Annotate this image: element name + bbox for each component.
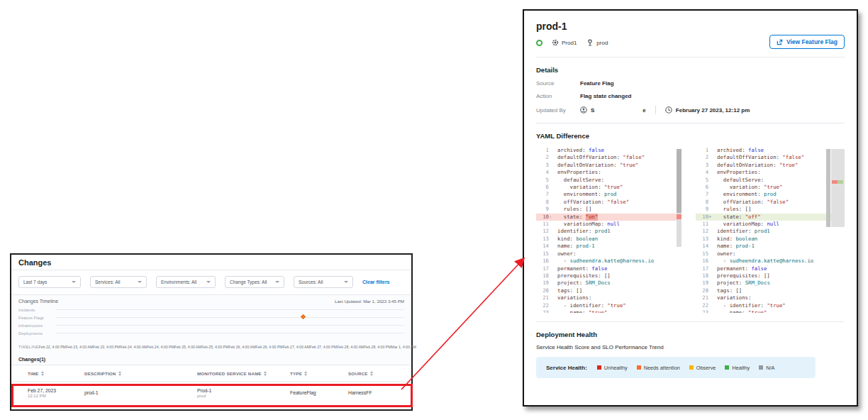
change-detail-panel: prod-1 Prod1 prod View Feature Flag D xyxy=(523,9,858,407)
column-header-time[interactable]: TIME xyxy=(28,371,84,376)
code-line: 3defaultOnVariation: "true" xyxy=(536,162,681,169)
yaml-diff-editor-after[interactable]: 1archived: false2defaultOffVariation: "f… xyxy=(696,147,845,313)
code-token: "true" xyxy=(767,302,785,309)
code-token: variations xyxy=(557,294,589,302)
code-line: 18prerequisites: [] xyxy=(536,272,681,280)
timeline-date: Feb 22, 4:00 PM xyxy=(39,345,66,349)
updated-by-partial-end: e xyxy=(642,107,645,114)
line-number: 5 xyxy=(536,177,549,184)
code-token: : xyxy=(598,191,604,198)
sort-icon[interactable] xyxy=(41,371,44,376)
line-number: 21 xyxy=(696,294,708,302)
diff-removed-marker xyxy=(677,214,681,219)
code-token xyxy=(557,221,564,228)
scrollbar[interactable] xyxy=(677,149,681,247)
line-number: 19 xyxy=(536,280,549,287)
line-number: 3 xyxy=(696,162,708,169)
line-number: 13 xyxy=(696,236,708,243)
change-event-marker[interactable] xyxy=(301,314,306,319)
chevron-down-icon xyxy=(138,281,142,283)
code-token: identifier xyxy=(557,228,589,235)
code-line: 6 variation: "true" xyxy=(536,184,681,191)
filter-select[interactable]: Environments: All xyxy=(156,276,216,288)
legend-label: Needs attention xyxy=(644,365,680,371)
cell-time: Feb 27, 202312:12 PM xyxy=(28,388,84,398)
line-number: 18 xyxy=(696,272,708,280)
code-token: : xyxy=(573,250,576,258)
legend-label: Unhealthy xyxy=(604,365,628,371)
sort-icon[interactable] xyxy=(304,371,307,376)
sort-icon[interactable] xyxy=(264,371,267,376)
line-number: 8 xyxy=(696,199,708,206)
changes-panel: Changes Last 7 daysServices: AllEnvironm… xyxy=(10,253,413,411)
line-number: 12 xyxy=(696,228,708,235)
filter-select-label: Sources: All xyxy=(299,280,323,284)
code-token: "true" xyxy=(779,162,798,169)
code-token: : xyxy=(570,243,577,250)
code-token: name xyxy=(730,309,742,313)
column-header-description[interactable]: DESCRIPTION xyxy=(84,371,197,376)
code-token: : xyxy=(579,214,586,221)
sort-icon[interactable] xyxy=(370,371,373,376)
code-token xyxy=(717,199,723,206)
timeline-track-label: Deployments xyxy=(18,331,55,336)
code-line: 13kind: boolean xyxy=(536,236,681,243)
code-token: defaultOnVariation xyxy=(557,162,613,169)
code-line: 5 defaultServe: xyxy=(536,177,681,184)
code-token xyxy=(717,191,723,198)
timeline-date: Feb 28, 4:00 AM xyxy=(337,345,364,349)
code-token: environment xyxy=(564,191,598,198)
legend-swatch xyxy=(689,365,694,370)
cell-monitored-service: Prod-1prod xyxy=(197,388,290,398)
user-icon xyxy=(580,106,587,114)
legend-item: N/A xyxy=(759,365,774,371)
external-link-icon xyxy=(777,39,783,45)
timeline-date: Feb 23, 4:00 PM xyxy=(93,345,120,349)
clear-filters-link[interactable]: Clear filters xyxy=(362,280,390,284)
sort-icon[interactable] xyxy=(118,371,121,376)
yaml-diff-heading: YAML Difference xyxy=(536,132,845,140)
code-line: 1archived: false xyxy=(536,147,681,154)
column-header-monitored-service-name[interactable]: MONITORED SERVICE NAME xyxy=(197,371,290,376)
cell-type: FeatureFlag xyxy=(290,390,348,395)
code-token: kind xyxy=(717,236,730,243)
code-token: permanent xyxy=(717,265,745,272)
table-row[interactable]: Feb 27, 202312:12 PMprod-1Prod-1prodFeat… xyxy=(11,382,411,404)
timeline-track-line xyxy=(55,309,404,310)
filter-select[interactable]: Last 7 days xyxy=(18,276,81,288)
filter-select[interactable]: Change Types: All xyxy=(225,276,284,288)
filter-select-label: Services: All xyxy=(95,280,120,284)
code-token: : [] xyxy=(730,287,742,294)
code-line: 2defaultOffVariation: "false" xyxy=(696,154,845,161)
code-token: project xyxy=(717,280,739,287)
code-token: : xyxy=(586,265,592,272)
code-token: : [] xyxy=(739,206,752,213)
cell-source: HarnessFF xyxy=(348,390,404,395)
column-header-label: DESCRIPTION xyxy=(84,371,197,376)
filter-select[interactable]: Services: All xyxy=(90,276,147,288)
code-token: permanent xyxy=(557,265,586,272)
timeline-track-line xyxy=(55,325,404,326)
line-number: 15 xyxy=(536,250,549,258)
legend-item: Needs attention xyxy=(637,365,680,371)
line-number: 16 xyxy=(696,258,708,265)
legend-swatch xyxy=(597,365,601,370)
timeline-title: Changes Timeline xyxy=(18,299,58,304)
column-header-source[interactable]: SOURCE xyxy=(348,371,404,376)
timeline-date: Feb 23, 4:00 AM xyxy=(66,345,93,349)
line-number: 18 xyxy=(536,272,549,280)
yaml-diff-editor-before[interactable]: 1archived: false2defaultOffVariation: "f… xyxy=(536,147,681,313)
environment-item: prod xyxy=(586,39,608,46)
code-token: "true" xyxy=(604,184,623,191)
timeline-tracks: IncidentsFeature FlagsInfrastructureDepl… xyxy=(18,306,404,337)
timeline-date: Feb 27, 4:00 PM xyxy=(310,345,337,349)
scrollbar[interactable] xyxy=(826,149,830,227)
filter-select[interactable]: Sources: All xyxy=(294,276,353,288)
code-token xyxy=(557,191,564,198)
code-token: boolean xyxy=(576,236,598,243)
view-feature-flag-button[interactable]: View Feature Flag xyxy=(769,35,845,49)
column-header-type[interactable]: TYPE xyxy=(290,371,348,376)
code-token xyxy=(717,206,723,213)
code-token: : xyxy=(761,221,767,228)
flag-name-item: Prod1 xyxy=(552,39,577,46)
